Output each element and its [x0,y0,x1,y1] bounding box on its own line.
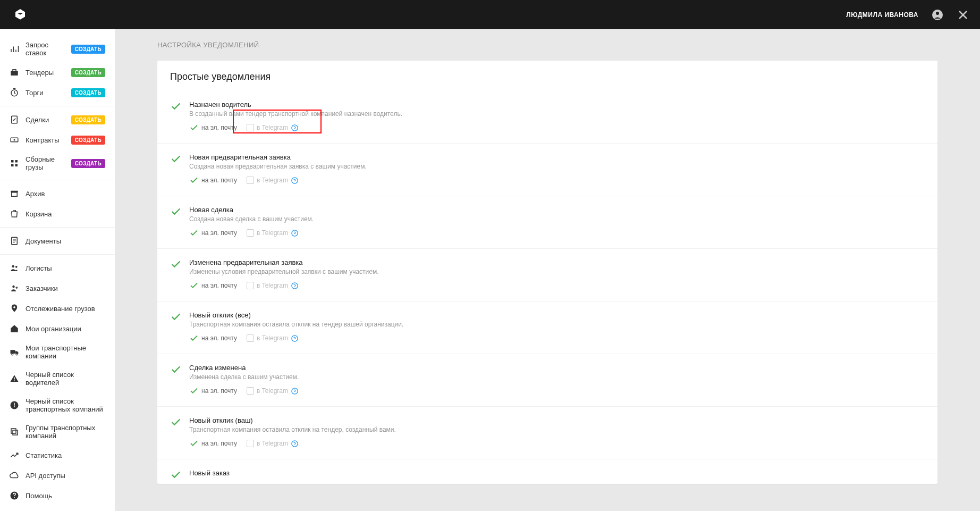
svg-point-29 [14,497,15,498]
channel-telegram[interactable]: в Telegram [247,334,299,342]
bars-icon [10,44,19,54]
sidebar-item-logists[interactable]: Логисты [0,258,115,278]
svg-rect-27 [13,430,18,435]
channel-telegram[interactable]: в Telegram [247,177,299,185]
notification-enabled-check[interactable] [170,416,182,428]
svg-point-20 [16,354,18,355]
help-circle-icon[interactable] [291,229,299,237]
sidebar-item-groupage[interactable]: Сборные грузы СОЗДАТЬ [0,150,115,177]
notification-enabled-check[interactable] [170,100,182,112]
notification-desc: В созданный вами тендер транспортной ком… [189,110,925,118]
svg-rect-12 [12,192,18,197]
channel-email[interactable]: на эл. почту [189,175,237,185]
sidebar-item-tracking[interactable]: Отслеживание грузов [0,298,115,319]
main-content: НАСТРОЙКА УВЕДОМЛЕНИЙ Простые уведомлени… [115,29,980,511]
copy-icon [10,427,19,437]
create-badge[interactable]: СОЗДАТЬ [71,88,105,97]
notification-row: Новый заказ [157,459,937,484]
svg-rect-24 [14,403,15,406]
location-icon [10,304,19,313]
sidebar-item-rate-request[interactable]: Запрос ставок СОЗДАТЬ [0,36,115,62]
notification-title: Назначен водитель [189,100,925,108]
sidebar-item-help[interactable]: Помощь [0,485,115,506]
create-badge[interactable]: СОЗДАТЬ [71,45,105,54]
error-icon [10,400,19,410]
help-circle-icon[interactable] [291,334,299,342]
help-circle-icon[interactable] [291,177,299,185]
channel-telegram[interactable]: в Telegram [247,440,299,448]
sidebar-item-customers[interactable]: Заказчики [0,278,115,298]
sidebar-item-trash[interactable]: Корзина [0,204,115,224]
channel-telegram[interactable]: в Telegram [247,229,299,237]
sidebar-item-carrier-blacklist[interactable]: Черный список транспортных компаний [0,392,115,418]
create-badge[interactable]: СОЗДАТЬ [71,136,105,145]
sidebar-item-label: Отслеживание грузов [26,305,105,313]
notification-enabled-check[interactable] [170,364,182,375]
sidebar-item-api[interactable]: API доступы [0,465,115,485]
channel-email[interactable]: на эл. почту [189,123,237,132]
sidebar-item-archive[interactable]: Архив [0,183,115,204]
notification-enabled-check[interactable] [170,153,182,165]
notification-enabled-check[interactable] [170,469,182,481]
create-badge[interactable]: СОЗДАТЬ [71,159,105,168]
notification-enabled-check[interactable] [170,206,182,217]
sidebar-item-my-carriers[interactable]: Мои транспортные компании [0,339,115,365]
sidebar-item-my-orgs[interactable]: Мои организации [0,319,115,339]
logo[interactable] [11,4,30,26]
notification-title: Новый отклик (все) [189,311,925,319]
sidebar-item-contracts[interactable]: Контракты СОЗДАТЬ [0,130,115,150]
svg-point-30 [292,124,298,130]
notification-row: Новая предварительная заявка Создана нов… [157,144,937,196]
channel-email[interactable]: на эл. почту [189,333,237,343]
svg-point-1 [936,12,939,15]
help-circle-icon[interactable] [291,124,299,132]
create-badge[interactable]: СОЗДАТЬ [71,115,105,124]
sidebar-item-carrier-groups[interactable]: Группы транспортных компаний [0,418,115,445]
notification-enabled-check[interactable] [170,258,182,270]
sidebar-item-deals[interactable]: Сделки СОЗДАТЬ [0,110,115,130]
section-title: Простые уведомления [157,61,937,91]
sidebar-item-documents[interactable]: Документы [0,231,115,251]
grid-icon [10,158,19,168]
sidebar-item-auctions[interactable]: Торги СОЗДАТЬ [0,82,115,103]
notification-desc: Изменены условия предварительной заявки … [189,268,925,275]
timer-icon [10,88,19,97]
cloud-icon [10,471,19,480]
channel-email[interactable]: на эл. почту [189,281,237,290]
app-header: ЛЮДМИЛА ИВАНОВА [0,0,980,29]
page-title: НАСТРОЙКА УВЕДОМЛЕНИЙ [157,41,937,49]
money-icon [10,135,19,145]
sidebar-item-label: Мои организации [26,325,105,333]
sidebar-item-driver-blacklist[interactable]: Черный список водителей [0,365,115,392]
notification-title: Новая сделка [189,206,925,214]
channel-telegram[interactable]: в Telegram [247,124,299,132]
document-icon [10,236,19,246]
help-circle-icon[interactable] [291,282,299,290]
notification-row: Назначен водитель В созданный вами тенде… [157,91,937,144]
user-icon[interactable] [931,9,944,21]
create-badge[interactable]: СОЗДАТЬ [71,68,105,77]
close-icon[interactable] [957,9,969,21]
truck-icon [10,347,19,357]
sidebar-item-label: Корзина [26,210,105,218]
sidebar-item-stats[interactable]: Статистика [0,445,115,465]
help-circle-icon[interactable] [291,387,299,395]
notification-desc: Создана новая сделка с вашим участием. [189,215,925,223]
person-add-icon [10,283,19,293]
help-circle-icon[interactable] [291,440,299,448]
svg-point-35 [292,388,298,393]
sidebar-item-label: Архив [26,190,105,198]
channel-telegram[interactable]: в Telegram [247,387,299,395]
channel-email[interactable]: на эл. почту [189,386,237,396]
channel-email[interactable]: на эл. почту [189,439,237,448]
sidebar-item-label: Тендеры [26,69,71,77]
svg-point-19 [12,354,13,355]
channel-email[interactable]: на эл. почту [189,228,237,238]
notification-title: Новый отклик (ваш) [189,416,925,424]
trash-icon [10,209,19,219]
notification-enabled-check[interactable] [170,311,182,323]
sidebar-item-tenders[interactable]: Тендеры СОЗДАТЬ [0,62,115,82]
svg-rect-10 [15,164,18,167]
channel-telegram[interactable]: в Telegram [247,282,299,290]
sidebar-item-label: Статистика [26,451,105,459]
